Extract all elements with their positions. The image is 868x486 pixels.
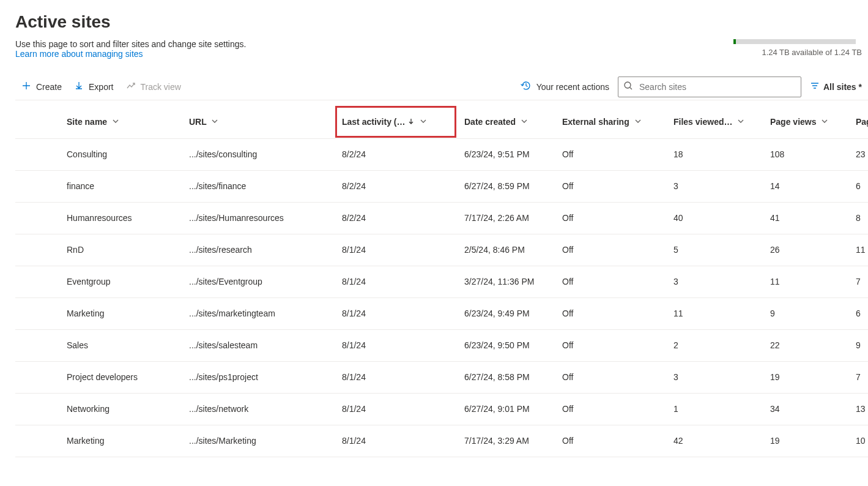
chevron-down-icon [821, 117, 828, 127]
cell-url[interactable]: .../sites/Marketing [182, 425, 335, 457]
cell-page-views: 26 [763, 234, 848, 266]
view-switcher[interactable]: All sites * [810, 81, 862, 92]
sites-table: Site name URL Last activity (… Date crea… [15, 105, 868, 457]
table-row[interactable]: Eventgroup.../sites/Eventgroup8/1/243/27… [15, 266, 868, 297]
cell-url[interactable]: .../sites/Humanresources [182, 202, 335, 234]
cell-last-activity: 8/1/24 [335, 361, 457, 393]
cell-site-name[interactable]: finance [59, 170, 182, 202]
cell-site-name[interactable]: Sales [59, 329, 182, 361]
table-row[interactable]: Networking.../sites/network8/1/246/27/24… [15, 393, 868, 425]
view-label: All sites * [823, 82, 862, 92]
row-select-cell[interactable] [15, 329, 59, 361]
column-last-activity[interactable]: Last activity (… [335, 105, 457, 138]
cell-last-activity: 8/2/24 [335, 202, 457, 234]
cell-site-name[interactable]: Marketing [59, 297, 182, 329]
command-bar: Create Export Track view Your recent act… [15, 73, 868, 100]
cell-files-viewed: 18 [666, 138, 763, 170]
row-select-cell[interactable] [15, 234, 59, 266]
create-button[interactable]: Create [15, 76, 68, 98]
list-filter-icon [810, 81, 820, 92]
column-select[interactable] [15, 105, 59, 138]
chevron-down-icon [211, 117, 218, 127]
column-site-name[interactable]: Site name [59, 105, 182, 138]
export-label: Export [89, 82, 113, 92]
cell-date-created: 7/17/24, 3:29 AM [457, 425, 555, 457]
cell-last-activity: 8/2/24 [335, 170, 457, 202]
cell-site-name[interactable]: Eventgroup [59, 266, 182, 297]
cell-site-name[interactable]: Consulting [59, 138, 182, 170]
cell-date-created: 6/27/24, 8:59 PM [457, 170, 555, 202]
column-files-viewed[interactable]: Files viewed… [666, 105, 763, 138]
cell-url[interactable]: .../sites/marketingteam [182, 297, 335, 329]
cell-files-viewed: 3 [666, 361, 763, 393]
cell-page-views: 34 [763, 393, 848, 425]
chevron-down-icon [737, 117, 744, 127]
cell-external-sharing: Off [555, 234, 666, 266]
cell-external-sharing: Off [555, 393, 666, 425]
cell-page-visits: 7 [848, 361, 868, 393]
cell-url[interactable]: .../sites/ps1project [182, 361, 335, 393]
cell-url[interactable]: .../sites/salesteam [182, 329, 335, 361]
table-row[interactable]: Marketing.../sites/marketingteam8/1/246/… [15, 297, 868, 329]
cell-files-viewed: 1 [666, 393, 763, 425]
row-select-cell[interactable] [15, 425, 59, 457]
cell-files-viewed: 42 [666, 425, 763, 457]
cell-last-activity: 8/2/24 [335, 138, 457, 170]
row-select-cell[interactable] [15, 393, 59, 425]
cell-site-name[interactable]: Humanresources [59, 202, 182, 234]
table-row[interactable]: Marketing.../sites/Marketing8/1/247/17/2… [15, 425, 868, 457]
row-select-cell[interactable] [15, 138, 59, 170]
table-row[interactable]: RnD.../sites/research8/1/242/5/24, 8:46 … [15, 234, 868, 266]
table-row[interactable]: Project developers.../sites/ps1project8/… [15, 361, 868, 393]
cell-site-name[interactable]: RnD [59, 234, 182, 266]
row-select-cell[interactable] [15, 170, 59, 202]
column-date-created-label: Date created [464, 117, 516, 127]
learn-more-link[interactable]: Learn more about managing sites [15, 49, 143, 59]
search-box[interactable] [618, 77, 801, 97]
table-row[interactable]: Sales.../sites/salesteam8/1/246/23/24, 9… [15, 329, 868, 361]
cell-date-created: 6/23/24, 9:50 PM [457, 329, 555, 361]
cell-url[interactable]: .../sites/finance [182, 170, 335, 202]
cell-page-visits: 6 [848, 170, 868, 202]
cell-files-viewed: 5 [666, 234, 763, 266]
chevron-down-icon [112, 117, 119, 127]
column-date-created[interactable]: Date created [457, 105, 555, 138]
column-page-visits[interactable]: Page [848, 105, 868, 138]
column-url[interactable]: URL [182, 105, 335, 138]
cell-external-sharing: Off [555, 138, 666, 170]
cell-site-name[interactable]: Marketing [59, 425, 182, 457]
table-row[interactable]: Humanresources.../sites/Humanresources8/… [15, 202, 868, 234]
table-row[interactable]: finance.../sites/finance8/2/246/27/24, 8… [15, 170, 868, 202]
search-input[interactable] [638, 81, 796, 92]
column-page-views[interactable]: Page views [763, 105, 848, 138]
column-external-sharing-label: External sharing [562, 117, 629, 127]
cell-external-sharing: Off [555, 266, 666, 297]
cell-site-name[interactable]: Project developers [59, 361, 182, 393]
cell-url[interactable]: .../sites/research [182, 234, 335, 266]
cell-url[interactable]: .../sites/Eventgroup [182, 266, 335, 297]
sites-table-container: Site name URL Last activity (… Date crea… [15, 105, 868, 457]
cell-page-views: 108 [763, 138, 848, 170]
row-select-cell[interactable] [15, 266, 59, 297]
table-row[interactable]: Consulting.../sites/consulting8/2/246/23… [15, 138, 868, 170]
row-select-cell[interactable] [15, 202, 59, 234]
column-page-visits-label: Page [856, 117, 868, 127]
cell-url[interactable]: .../sites/consulting [182, 138, 335, 170]
recent-actions-button[interactable]: Your recent actions [521, 80, 609, 93]
storage-indicator: 1.24 TB available of 1.24 TB [733, 39, 862, 57]
column-external-sharing[interactable]: External sharing [555, 105, 666, 138]
cell-page-views: 11 [763, 266, 848, 297]
cell-external-sharing: Off [555, 329, 666, 361]
row-select-cell[interactable] [15, 361, 59, 393]
cell-site-name[interactable]: Networking [59, 393, 182, 425]
export-button[interactable]: Export [68, 76, 119, 98]
page-description-block: Use this page to sort and filter sites a… [15, 39, 246, 59]
cell-last-activity: 8/1/24 [335, 329, 457, 361]
cell-url[interactable]: .../sites/network [182, 393, 335, 425]
download-icon [74, 81, 84, 92]
row-select-cell[interactable] [15, 297, 59, 329]
svg-point-0 [625, 82, 631, 88]
chevron-down-icon [521, 117, 528, 127]
cell-date-created: 6/27/24, 8:58 PM [457, 361, 555, 393]
cell-files-viewed: 3 [666, 170, 763, 202]
